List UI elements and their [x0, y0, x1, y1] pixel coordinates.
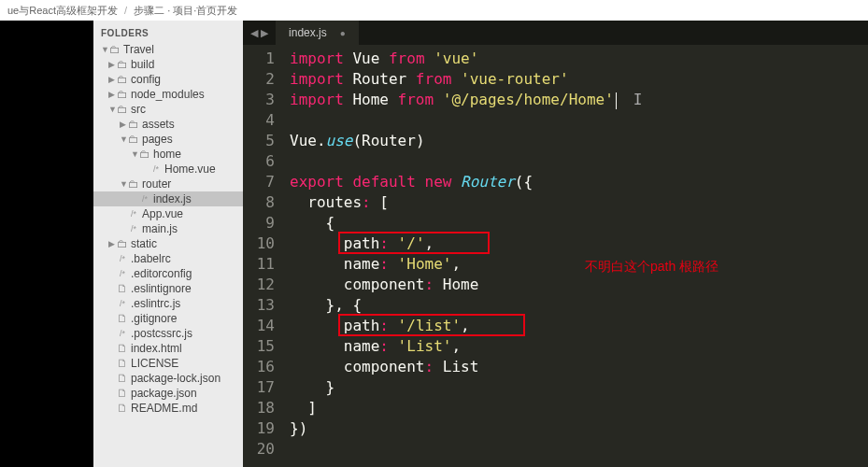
tree-file[interactable]: /*.babelrc [93, 251, 243, 266]
tree-folder[interactable]: ▼🗀pages [93, 132, 243, 147]
code-line[interactable]: Vue.use(Router) [290, 131, 868, 151]
tab-index-js[interactable]: index.js ● [276, 21, 359, 45]
tree-file[interactable]: /*.eslintrc.js [93, 296, 243, 311]
code-line[interactable]: component: List [290, 357, 868, 377]
tree-file[interactable]: 🗋README.md [93, 401, 243, 416]
sidebar-header: FOLDERS [93, 26, 243, 42]
tree-folder[interactable]: ▶🗀config [93, 72, 243, 87]
tree-file[interactable]: 🗋.gitignore [93, 311, 243, 326]
line-number: 12 [243, 275, 275, 295]
tree-file[interactable]: 🗋LICENSE [93, 356, 243, 371]
code-line[interactable]: } [290, 377, 868, 398]
line-number: 15 [243, 336, 275, 357]
tab-nav-arrows[interactable]: ◀ ▶ [243, 27, 276, 39]
code-line[interactable]: }, { [290, 295, 868, 316]
tree-folder[interactable]: ▼🗀src [93, 102, 243, 117]
breadcrumb-course: ue与React高级框架开发 [7, 5, 118, 16]
annotation-text: 不明白这个path 根路径 [585, 256, 719, 276]
tab-label: index.js [289, 26, 327, 39]
line-number: 9 [243, 213, 275, 234]
code-line[interactable]: import Router from 'vue-router' [290, 69, 868, 90]
tree-file[interactable]: /*main.js [93, 221, 243, 236]
tree-file[interactable]: 🗋.eslintignore [93, 281, 243, 296]
tree-folder[interactable]: ▶🗀assets [93, 117, 243, 132]
line-number: 13 [243, 295, 275, 316]
tab-bar: ◀ ▶ index.js ● [243, 21, 868, 45]
code-line[interactable]: { [290, 213, 868, 234]
line-number: 17 [243, 377, 275, 398]
text-cursor-icon: I [633, 91, 643, 108]
code-line[interactable] [290, 151, 868, 172]
tree-file[interactable]: /*Home.vue [93, 162, 243, 177]
line-number: 16 [243, 357, 275, 377]
tree-folder[interactable]: ▼🗀home [93, 147, 243, 162]
tree-folder[interactable]: ▶🗀build [93, 57, 243, 72]
tab-dirty-icon: ● [340, 28, 346, 38]
code-area[interactable]: 1234567891011121314151617181920 不明白这个pat… [243, 45, 868, 467]
code-source[interactable]: 不明白这个path 根路径 import Vue from 'vue'impor… [286, 45, 868, 467]
code-line[interactable]: routes: [ [290, 192, 868, 213]
tree-root[interactable]: ▼🗀Travel [93, 42, 243, 57]
tree-file[interactable]: /*.postcssrc.js [93, 326, 243, 341]
line-gutter: 1234567891011121314151617181920 [243, 45, 286, 467]
line-number: 2 [243, 69, 275, 90]
code-line[interactable] [290, 110, 868, 131]
code-line[interactable]: }) [290, 418, 868, 439]
line-number: 8 [243, 192, 275, 213]
line-number: 7 [243, 172, 275, 192]
code-line[interactable]: name: 'List', [290, 336, 868, 357]
code-line[interactable] [290, 439, 868, 460]
code-line[interactable]: path: '/', [290, 234, 868, 254]
line-number: 3 [243, 90, 275, 110]
line-number: 20 [243, 439, 275, 460]
line-number: 1 [243, 49, 275, 69]
line-number: 14 [243, 316, 275, 336]
code-line[interactable]: component: Home [290, 275, 868, 295]
file-tree: ▼🗀Travel▶🗀build▶🗀config▶🗀node_modules▼🗀s… [93, 42, 243, 416]
line-number: 4 [243, 110, 275, 131]
breadcrumb-step: 步骤二 · 项目·首页开发 [134, 5, 237, 16]
code-line[interactable]: ] [290, 398, 868, 418]
code-line[interactable]: export default new Router({ [290, 172, 868, 192]
tree-file[interactable]: /*index.js [93, 191, 243, 206]
tree-folder[interactable]: ▶🗀node_modules [93, 87, 243, 102]
tree-file[interactable]: 🗋index.html [93, 341, 243, 356]
folder-sidebar: FOLDERS ▼🗀Travel▶🗀build▶🗀config▶🗀node_mo… [93, 21, 243, 467]
tree-file[interactable]: /*.editorconfig [93, 266, 243, 281]
tree-file[interactable]: 🗋package-lock.json [93, 371, 243, 386]
code-line[interactable]: name: 'Home', [290, 254, 868, 275]
tree-folder[interactable]: ▶🗀static [93, 236, 243, 251]
tree-folder[interactable]: ▼🗀router [93, 177, 243, 191]
code-line[interactable]: import Vue from 'vue' [290, 49, 868, 69]
left-letterbox [0, 21, 93, 467]
breadcrumb: ue与React高级框架开发 / 步骤二 · 项目·首页开发 [0, 0, 868, 21]
line-number: 11 [243, 254, 275, 275]
tree-file[interactable]: /*App.vue [93, 206, 243, 221]
line-number: 10 [243, 234, 275, 254]
line-number: 18 [243, 398, 275, 418]
line-number: 5 [243, 131, 275, 151]
tree-file[interactable]: 🗋package.json [93, 386, 243, 401]
line-number: 19 [243, 418, 275, 439]
code-line[interactable]: path: '/list', [290, 316, 868, 336]
line-number: 6 [243, 151, 275, 172]
code-line[interactable]: import Home from '@/pages/home/Home'I [290, 90, 868, 110]
code-editor: ◀ ▶ index.js ● 1234567891011121314151617… [243, 21, 868, 467]
